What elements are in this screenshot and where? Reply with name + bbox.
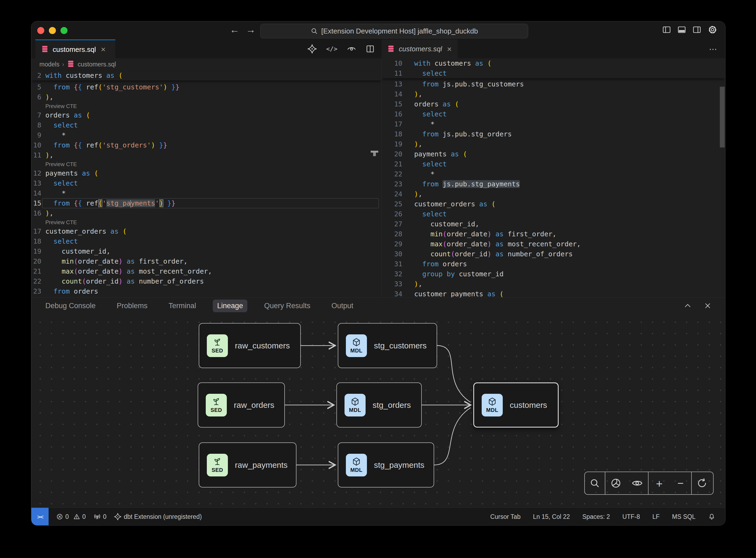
code-line[interactable]: 20payments as ( (382, 149, 725, 159)
code-line[interactable]: 14 * (31, 188, 382, 198)
code-line[interactable]: 11), (31, 150, 382, 160)
code-line[interactable]: 2with customers as ( (31, 71, 382, 80)
macos-zoom-button[interactable] (60, 27, 68, 34)
code-line[interactable]: 11 select (382, 68, 725, 78)
cursor-tab-status[interactable]: Cursor Tab (490, 513, 521, 521)
encoding-status[interactable]: UTF-8 (622, 513, 640, 521)
code-line[interactable]: 6), (31, 92, 382, 102)
code-line[interactable]: 14), (382, 89, 725, 99)
panel-tab-output[interactable]: Output (327, 300, 358, 312)
graph-search-icon[interactable] (589, 478, 600, 489)
code-line[interactable]: 30 count(order_id) as number_of_orders (382, 249, 725, 259)
vertical-scrollbar[interactable] (720, 87, 725, 148)
remote-indicator[interactable]: >< (31, 508, 49, 526)
panel-tab-lineage[interactable]: Lineage (213, 300, 247, 312)
indentation-status[interactable]: Spaces: 2 (582, 513, 610, 521)
toggle-primary-sidebar-icon[interactable] (662, 25, 671, 34)
code-line[interactable]: 19), (382, 139, 725, 149)
language-mode-status[interactable]: MS SQL (672, 513, 696, 521)
code-line[interactable]: 20 min(order_date) as first_order, (31, 256, 382, 266)
tab-customers-sql-right[interactable]: customers.sql × (382, 40, 458, 59)
snapshot-aperture-icon[interactable] (610, 478, 622, 489)
editor-compiled-sql[interactable]: 10with customers as (11 select 13 from j… (382, 58, 725, 297)
lineage-node-stg_payments[interactable]: MDLstg_payments (338, 442, 434, 487)
lineage-node-raw_orders[interactable]: SEDraw_orders (198, 382, 285, 428)
code-line[interactable]: 16), (31, 208, 382, 218)
code-line[interactable]: 13 from js.pub.stg_customers (382, 79, 725, 89)
code-line[interactable]: 19 customer_id, (31, 246, 382, 256)
code-line[interactable]: 23 from orders (31, 286, 382, 296)
toggle-secondary-sidebar-icon[interactable] (692, 25, 701, 34)
code-line-current[interactable]: 15 from {{ ref('stg_payments') }} (31, 198, 382, 208)
zoom-in-icon[interactable]: ＋ (653, 476, 666, 491)
code-line[interactable]: 17 * (382, 119, 725, 129)
settings-gear-icon[interactable] (707, 25, 718, 35)
command-center-search[interactable]: [Extension Development Host] jaffle_shop… (260, 24, 528, 39)
codelens-link[interactable]: Preview CTE (31, 102, 382, 110)
dbt-extension-status[interactable]: dbt Extension (unregistered) (114, 513, 202, 521)
code-line[interactable]: 7orders as ( (31, 110, 382, 120)
split-editor-icon[interactable] (366, 44, 375, 53)
close-panel-icon[interactable] (704, 302, 712, 310)
code-line[interactable]: 21 select (382, 159, 725, 169)
problems-status[interactable]: 0 0 (56, 513, 86, 521)
code-line[interactable]: 18 from js.pub.stg_orders (382, 129, 725, 139)
code-line[interactable]: 21 max(order_date) as most_recent_order, (31, 266, 382, 276)
tab-customers-sql-left[interactable]: customers.sql × (35, 40, 115, 59)
code-line[interactable]: 18 select (31, 236, 382, 246)
code-line[interactable]: 5 from {{ ref('stg_customers') }} (31, 82, 382, 92)
toggle-panel-icon[interactable] (677, 25, 686, 34)
code-line[interactable]: 26 select (382, 209, 725, 219)
lineage-node-stg_customers[interactable]: MDLstg_customers (338, 323, 437, 368)
macos-close-button[interactable] (37, 27, 44, 34)
code-line[interactable]: 10 from {{ ref('stg_orders') }} (31, 140, 382, 150)
code-line[interactable]: 27 customer_id, (382, 219, 725, 229)
breadcrumb[interactable]: models › customers.sql (31, 58, 382, 71)
preview-eye-icon[interactable] (347, 44, 357, 54)
lineage-node-raw_customers[interactable]: SEDraw_customers (199, 323, 301, 368)
navigate-forward-button[interactable]: → (245, 24, 256, 35)
macos-minimize-button[interactable] (49, 27, 56, 34)
breadcrumb-folder[interactable]: models (40, 61, 59, 68)
code-line[interactable]: 10with customers as ( (382, 58, 725, 68)
panel-tab-query-results[interactable]: Query Results (260, 300, 315, 312)
panel-tab-debug-console[interactable]: Debug Console (41, 300, 100, 312)
tab-close-icon[interactable]: × (101, 45, 106, 54)
navigate-back-button[interactable]: ← (229, 24, 240, 35)
lineage-node-stg_orders[interactable]: MDLstg_orders (336, 382, 422, 428)
code-line[interactable]: 34customer_payments as ( (382, 289, 725, 297)
lineage-node-raw_payments[interactable]: SEDraw_payments (199, 442, 296, 487)
refresh-icon[interactable] (696, 478, 708, 489)
editor-source-sql[interactable]: models › customers.sql 2with customers a… (31, 58, 382, 297)
dbt-action-icon[interactable] (307, 44, 317, 54)
code-line[interactable]: 32 group by customer_id (382, 269, 725, 279)
code-line[interactable]: 13 select (31, 178, 382, 188)
code-line[interactable]: 33), (382, 279, 725, 289)
code-line[interactable]: 31 from orders (382, 259, 725, 269)
zoom-out-icon[interactable]: − (674, 477, 687, 489)
visibility-eye-icon[interactable] (631, 477, 643, 489)
lineage-node-customers[interactable]: MDLcustomers (473, 382, 558, 428)
eol-status[interactable]: LF (652, 513, 660, 521)
code-line[interactable]: 16 select (382, 109, 725, 119)
notifications-bell-icon[interactable] (708, 513, 715, 521)
code-line[interactable]: 22 count(order_id) as number_of_orders (31, 276, 382, 286)
code-line[interactable]: 23 from js.pub.stg_payments (382, 179, 725, 189)
code-line[interactable]: 17customer_orders as ( (31, 226, 382, 236)
code-line[interactable]: 22 * (382, 169, 725, 179)
code-line[interactable]: 8 select (31, 120, 382, 130)
code-line[interactable]: 28 min(order_date) as first_order, (382, 229, 725, 239)
code-line[interactable]: 15orders as ( (382, 99, 725, 109)
panel-tab-problems[interactable]: Problems (112, 300, 152, 312)
breadcrumb-file[interactable]: customers.sql (77, 61, 116, 68)
codelens-link[interactable]: Preview CTE (31, 218, 382, 226)
code-line[interactable]: 24), (382, 189, 725, 199)
more-actions-icon[interactable]: ⋯ (709, 44, 718, 54)
code-line[interactable]: 9 * (31, 130, 382, 140)
code-line[interactable]: 29 max(order_date) as most_recent_order, (382, 239, 725, 249)
panel-tab-terminal[interactable]: Terminal (164, 300, 200, 312)
tab-close-icon[interactable]: × (447, 45, 452, 54)
ports-status[interactable]: 0 (94, 513, 107, 521)
codelens-link[interactable]: Preview CTE (31, 160, 382, 168)
maximize-panel-icon[interactable] (684, 302, 692, 310)
